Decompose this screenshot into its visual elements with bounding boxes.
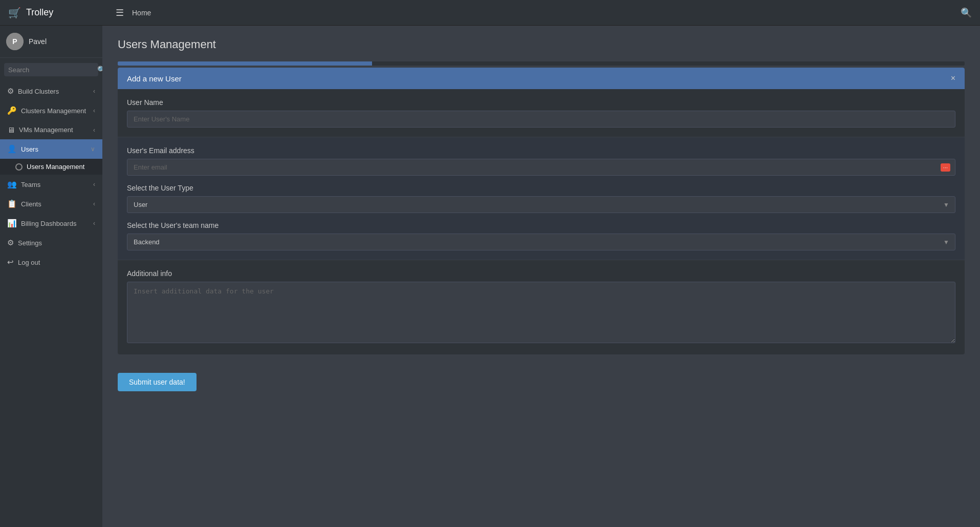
sidebar-item-label: Build Clusters [18,88,59,95]
submit-button[interactable]: Submit user data! [118,373,197,391]
search-input[interactable] [8,66,94,74]
close-icon[interactable]: × [951,74,955,83]
chevron-icon: ‹ [93,88,95,95]
home-nav[interactable]: Home [132,9,151,17]
email-section: User's Email address ··· Select the User… [118,137,965,260]
logout-icon: ↩ [7,258,14,267]
hamburger-icon[interactable]: ☰ [116,7,124,18]
chevron-icon: ‹ [93,181,95,188]
username-input[interactable] [127,111,955,128]
layout: P Pavel 🔍 ⚙ Build Clusters ‹ 🔑 Clusters … [0,26,980,527]
sidebar-item-label: VMs Management [19,126,73,134]
sidebar-item-build-clusters[interactable]: ⚙ Build Clusters ‹ [0,81,102,101]
topbar-search-icon[interactable]: 🔍 [961,7,972,18]
email-label: User's Email address [127,146,955,155]
additional-info-section: Additional info [118,260,965,354]
sidebar-subitem-label: Users Management [27,163,84,171]
team-name-label: Select the User's team name [127,221,955,229]
sidebar-user: P Pavel [0,26,102,58]
chevron-icon: ‹ [93,220,95,227]
email-input-wrapper: ··· [127,159,955,176]
teams-icon: 👥 [7,180,17,189]
user-type-select-wrapper: User Admin Manager ▼ [127,196,955,213]
sidebar-item-label: Billing Dashboards [21,220,76,227]
settings-icon: ⚙ [7,238,14,247]
sidebar-item-label: Teams [21,181,40,188]
user-type-select[interactable]: User Admin Manager [127,196,955,213]
progress-bar [118,61,965,66]
chevron-down-icon: ∨ [91,145,95,153]
page-title: Users Management [118,38,965,51]
sidebar-item-clusters-management[interactable]: 🔑 Clusters Management ‹ [0,101,102,120]
sidebar-item-label: Clusters Management [21,107,86,115]
sidebar-search-box[interactable]: 🔍 [4,63,98,76]
progress-bar-fill [118,61,372,66]
email-input[interactable] [127,159,955,176]
username-label: User Name [127,98,955,107]
user-type-label: Select the User Type [127,184,955,192]
sidebar-item-vms-management[interactable]: 🖥 VMs Management ‹ [0,120,102,139]
sidebar-item-label: Log out [18,259,40,266]
search-icon: 🔍 [97,66,102,74]
sidebar-item-label: Users [21,145,38,153]
sub-dot-icon [15,163,23,171]
sidebar-item-label: Clients [21,200,41,208]
app-name: Trolley [26,7,53,18]
users-icon: 👤 [7,144,17,154]
clusters-management-icon: 🔑 [7,106,17,115]
sidebar-item-billing[interactable]: 📊 Billing Dashboards ‹ [0,214,102,233]
form-card-header: Add a new User × [118,68,965,89]
sidebar-username: Pavel [29,37,47,46]
team-name-select-wrapper: Backend Frontend DevOps QA ▼ [127,234,955,250]
submit-section: Submit user data! [118,365,965,396]
clients-icon: 📋 [7,199,17,208]
sidebar-item-label: Settings [18,239,42,247]
chevron-icon: ‹ [93,127,95,134]
avatar: P [6,33,24,50]
additional-info-label: Additional info [127,269,955,278]
additional-info-textarea[interactable] [127,282,955,343]
billing-icon: 📊 [7,219,17,228]
sidebar-item-clients[interactable]: 📋 Clients ‹ [0,194,102,214]
main-content: Users Management Add a new User × User N… [102,26,980,527]
build-clusters-icon: ⚙ [7,87,14,96]
team-name-select[interactable]: Backend Frontend DevOps QA [127,234,955,250]
topbar: 🛒 Trolley ☰ Home 🔍 [0,0,980,26]
chevron-icon: ‹ [93,107,95,114]
topbar-center: ☰ Home [111,7,961,18]
username-section: User Name [118,89,965,137]
sidebar-item-logout[interactable]: ↩ Log out [0,252,102,272]
sidebar-item-users[interactable]: 👤 Users ∨ [0,139,102,159]
cart-icon: 🛒 [8,7,21,19]
avatar-initial: P [6,33,24,50]
vms-icon: 🖥 [7,125,15,134]
sidebar-item-teams[interactable]: 👥 Teams ‹ [0,175,102,194]
form-header-title: Add a new User [127,74,182,83]
sidebar-item-settings[interactable]: ⚙ Settings [0,233,102,252]
sidebar: P Pavel 🔍 ⚙ Build Clusters ‹ 🔑 Clusters … [0,26,102,527]
email-action-icon[interactable]: ··· [941,163,950,172]
add-user-form-card: Add a new User × User Name User's Email … [118,68,965,354]
sidebar-subitem-users-management[interactable]: Users Management [0,159,102,175]
chevron-icon: ‹ [93,200,95,207]
topbar-left: 🛒 Trolley [8,7,111,19]
